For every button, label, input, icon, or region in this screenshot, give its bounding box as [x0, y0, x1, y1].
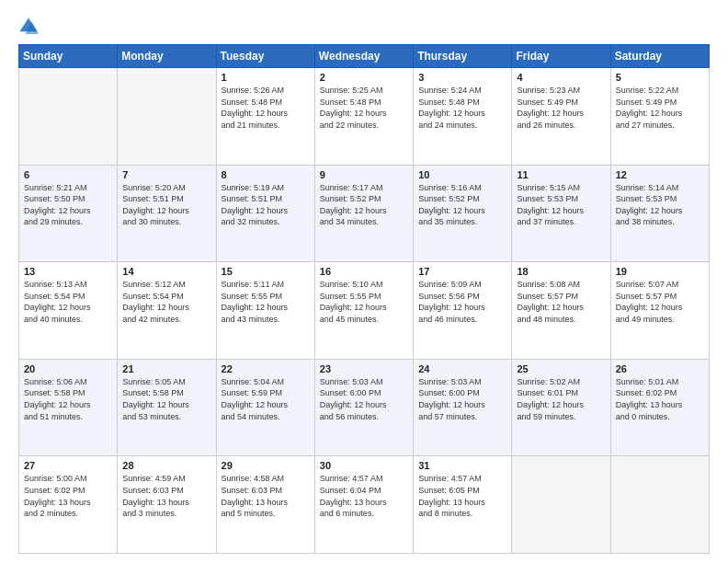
calendar-cell: 11Sunrise: 5:15 AM Sunset: 5:53 PM Dayli…: [512, 165, 610, 262]
day-number: 29: [222, 460, 310, 471]
weekday-header-row: SundayMondayTuesdayWednesdayThursdayFrid…: [19, 45, 710, 68]
calendar-cell: 27Sunrise: 5:00 AM Sunset: 6:02 PM Dayli…: [19, 456, 118, 554]
calendar-week-row: 1Sunrise: 5:26 AM Sunset: 5:48 PM Daylig…: [19, 68, 710, 166]
day-number: 4: [517, 72, 605, 83]
calendar-cell: 29Sunrise: 4:58 AM Sunset: 6:03 PM Dayli…: [216, 456, 314, 554]
day-info: Sunrise: 5:02 AM Sunset: 6:01 PM Dayligh…: [517, 376, 605, 422]
day-number: 20: [24, 363, 112, 374]
calendar-week-row: 6Sunrise: 5:21 AM Sunset: 5:50 PM Daylig…: [19, 165, 710, 262]
calendar-cell: 6Sunrise: 5:21 AM Sunset: 5:50 PM Daylig…: [19, 165, 118, 262]
day-info: Sunrise: 5:17 AM Sunset: 5:52 PM Dayligh…: [320, 182, 408, 228]
day-info: Sunrise: 4:57 AM Sunset: 6:04 PM Dayligh…: [320, 473, 408, 519]
calendar-cell: 24Sunrise: 5:03 AM Sunset: 6:00 PM Dayli…: [414, 359, 512, 456]
day-number: 26: [616, 363, 704, 374]
calendar-cell: 18Sunrise: 5:08 AM Sunset: 5:57 PM Dayli…: [512, 262, 610, 360]
day-info: Sunrise: 5:01 AM Sunset: 6:02 PM Dayligh…: [616, 376, 704, 422]
day-info: Sunrise: 5:08 AM Sunset: 5:57 PM Dayligh…: [517, 279, 605, 325]
day-number: 24: [418, 363, 506, 374]
weekday-header-friday: Friday: [512, 45, 610, 68]
day-info: Sunrise: 5:00 AM Sunset: 6:02 PM Dayligh…: [24, 473, 112, 519]
day-number: 10: [418, 169, 506, 180]
calendar-cell: 4Sunrise: 5:23 AM Sunset: 5:49 PM Daylig…: [512, 68, 610, 166]
logo: [18, 17, 42, 37]
day-number: 18: [517, 266, 605, 277]
day-info: Sunrise: 4:59 AM Sunset: 6:03 PM Dayligh…: [122, 473, 210, 519]
calendar-cell: 28Sunrise: 4:59 AM Sunset: 6:03 PM Dayli…: [118, 456, 216, 554]
day-info: Sunrise: 5:12 AM Sunset: 5:54 PM Dayligh…: [122, 279, 210, 325]
weekday-header-tuesday: Tuesday: [216, 45, 314, 68]
calendar-cell: 1Sunrise: 5:26 AM Sunset: 5:48 PM Daylig…: [216, 68, 314, 166]
day-info: Sunrise: 5:14 AM Sunset: 5:53 PM Dayligh…: [616, 182, 704, 228]
calendar-cell: 17Sunrise: 5:09 AM Sunset: 5:56 PM Dayli…: [414, 262, 512, 360]
logo-icon: [18, 17, 39, 37]
day-info: Sunrise: 5:20 AM Sunset: 5:51 PM Dayligh…: [122, 182, 210, 228]
day-number: 2: [320, 72, 408, 83]
day-info: Sunrise: 5:16 AM Sunset: 5:52 PM Dayligh…: [418, 182, 506, 228]
calendar-cell: 3Sunrise: 5:24 AM Sunset: 5:48 PM Daylig…: [414, 68, 512, 166]
day-number: 16: [320, 266, 408, 277]
calendar-cell: 14Sunrise: 5:12 AM Sunset: 5:54 PM Dayli…: [118, 262, 216, 360]
day-number: 28: [122, 460, 210, 471]
calendar-cell: [610, 456, 709, 554]
day-info: Sunrise: 5:26 AM Sunset: 5:48 PM Dayligh…: [222, 85, 310, 131]
day-info: Sunrise: 5:09 AM Sunset: 5:56 PM Dayligh…: [418, 279, 506, 325]
day-info: Sunrise: 5:05 AM Sunset: 5:58 PM Dayligh…: [122, 376, 210, 422]
header: [18, 17, 710, 37]
calendar-week-row: 20Sunrise: 5:06 AM Sunset: 5:58 PM Dayli…: [19, 359, 710, 456]
day-number: 22: [222, 363, 310, 374]
day-number: 19: [616, 266, 704, 277]
day-number: 13: [24, 266, 112, 277]
day-number: 5: [616, 72, 704, 83]
weekday-header-saturday: Saturday: [610, 45, 709, 68]
day-info: Sunrise: 5:15 AM Sunset: 5:53 PM Dayligh…: [517, 182, 605, 228]
day-number: 23: [320, 363, 408, 374]
calendar-cell: 7Sunrise: 5:20 AM Sunset: 5:51 PM Daylig…: [118, 165, 216, 262]
calendar-cell: 26Sunrise: 5:01 AM Sunset: 6:02 PM Dayli…: [610, 359, 709, 456]
weekday-header-thursday: Thursday: [414, 45, 512, 68]
calendar-cell: 8Sunrise: 5:19 AM Sunset: 5:51 PM Daylig…: [216, 165, 314, 262]
weekday-header-monday: Monday: [118, 45, 216, 68]
day-number: 17: [418, 266, 506, 277]
day-info: Sunrise: 5:03 AM Sunset: 6:00 PM Dayligh…: [320, 376, 408, 422]
day-number: 7: [122, 169, 210, 180]
day-info: Sunrise: 5:10 AM Sunset: 5:55 PM Dayligh…: [320, 279, 408, 325]
day-number: 6: [24, 169, 112, 180]
day-number: 25: [517, 363, 605, 374]
weekday-header-sunday: Sunday: [19, 45, 118, 68]
calendar-cell: [19, 68, 118, 166]
day-number: 31: [418, 460, 506, 471]
page: SundayMondayTuesdayWednesdayThursdayFrid…: [0, 0, 728, 563]
calendar-cell: 23Sunrise: 5:03 AM Sunset: 6:00 PM Dayli…: [314, 359, 413, 456]
day-number: 3: [418, 72, 506, 83]
day-number: 15: [222, 266, 310, 277]
day-info: Sunrise: 5:24 AM Sunset: 5:48 PM Dayligh…: [418, 85, 506, 131]
calendar-cell: 12Sunrise: 5:14 AM Sunset: 5:53 PM Dayli…: [610, 165, 709, 262]
day-number: 14: [122, 266, 210, 277]
calendar-cell: 19Sunrise: 5:07 AM Sunset: 5:57 PM Dayli…: [610, 262, 709, 360]
day-info: Sunrise: 5:06 AM Sunset: 5:58 PM Dayligh…: [24, 376, 112, 422]
calendar-cell: [118, 68, 216, 166]
calendar-cell: 21Sunrise: 5:05 AM Sunset: 5:58 PM Dayli…: [118, 359, 216, 456]
day-number: 12: [616, 169, 704, 180]
day-info: Sunrise: 5:19 AM Sunset: 5:51 PM Dayligh…: [222, 182, 310, 228]
day-number: 1: [222, 72, 310, 83]
day-info: Sunrise: 5:22 AM Sunset: 5:49 PM Dayligh…: [616, 85, 704, 131]
calendar-cell: [512, 456, 610, 554]
day-info: Sunrise: 5:04 AM Sunset: 5:59 PM Dayligh…: [222, 376, 310, 422]
day-info: Sunrise: 5:21 AM Sunset: 5:50 PM Dayligh…: [24, 182, 112, 228]
day-info: Sunrise: 5:25 AM Sunset: 5:48 PM Dayligh…: [320, 85, 408, 131]
calendar-cell: 9Sunrise: 5:17 AM Sunset: 5:52 PM Daylig…: [314, 165, 413, 262]
calendar-cell: 2Sunrise: 5:25 AM Sunset: 5:48 PM Daylig…: [314, 68, 413, 166]
day-number: 11: [517, 169, 605, 180]
weekday-header-wednesday: Wednesday: [314, 45, 413, 68]
day-info: Sunrise: 5:23 AM Sunset: 5:49 PM Dayligh…: [517, 85, 605, 131]
calendar-cell: 22Sunrise: 5:04 AM Sunset: 5:59 PM Dayli…: [216, 359, 314, 456]
day-info: Sunrise: 5:13 AM Sunset: 5:54 PM Dayligh…: [24, 279, 112, 325]
day-number: 8: [222, 169, 310, 180]
calendar-cell: 20Sunrise: 5:06 AM Sunset: 5:58 PM Dayli…: [19, 359, 118, 456]
day-number: 21: [122, 363, 210, 374]
day-info: Sunrise: 5:03 AM Sunset: 6:00 PM Dayligh…: [418, 376, 506, 422]
calendar-cell: 25Sunrise: 5:02 AM Sunset: 6:01 PM Dayli…: [512, 359, 610, 456]
day-info: Sunrise: 4:57 AM Sunset: 6:05 PM Dayligh…: [418, 473, 506, 519]
day-info: Sunrise: 5:07 AM Sunset: 5:57 PM Dayligh…: [616, 279, 704, 325]
